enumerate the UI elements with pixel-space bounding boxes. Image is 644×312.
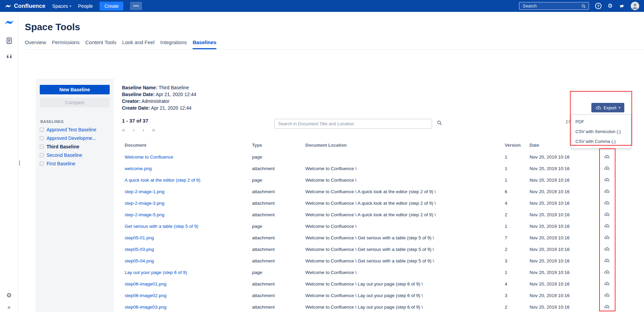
global-search-input[interactable] — [522, 3, 581, 9]
export-menu-item[interactable]: PDF — [571, 117, 631, 127]
document-link[interactable]: Get serious with a table (step 5 of 9) — [125, 224, 198, 229]
row-export-button[interactable] — [603, 245, 610, 253]
pager-prev-button[interactable]: ‹ — [133, 127, 135, 133]
document-link[interactable]: step05-04.png — [125, 258, 154, 263]
tab-permissions[interactable]: Permissions — [52, 39, 80, 49]
new-baseline-button[interactable]: New Baseline — [40, 85, 110, 94]
location-cell: Welcome to Confluence \ A quick look at … — [305, 209, 505, 220]
baseline-checkbox[interactable] — [40, 136, 44, 140]
baseline-label[interactable]: Approved Test Baseline — [47, 127, 96, 132]
row-export-button[interactable] — [603, 211, 610, 218]
version-cell: 1 — [505, 163, 530, 174]
space-settings-icon[interactable]: ⚙ — [6, 292, 12, 299]
row-export-button[interactable] — [603, 165, 610, 172]
document-cell: step06-image03.png — [122, 301, 252, 312]
row-export-button[interactable] — [603, 153, 610, 160]
expand-sidebar-icon[interactable]: » — [7, 305, 11, 310]
document-link[interactable]: A quick look at the editor (step 2 of 9) — [125, 178, 200, 183]
search-icon[interactable] — [581, 4, 586, 8]
quotes-icon[interactable] — [5, 53, 13, 60]
date-cell: Nov 20, 2019 10:16 — [530, 232, 601, 243]
row-export-button[interactable] — [603, 176, 610, 183]
document-link[interactable]: Lay out your page (step 6 of 9) — [125, 270, 187, 275]
document-link[interactable]: step-2-image-5.png — [125, 212, 164, 217]
nav-spaces[interactable]: Spaces ▾ — [52, 3, 71, 9]
avatar[interactable] — [631, 2, 639, 10]
row-export-button[interactable] — [603, 280, 610, 287]
create-button[interactable]: Create — [100, 2, 123, 11]
row-export-button[interactable] — [603, 188, 610, 195]
version-cell: 2 — [505, 301, 530, 312]
row-export-button[interactable] — [603, 303, 610, 310]
row-export-button[interactable] — [603, 234, 610, 241]
document-link[interactable]: welcome.png — [125, 166, 152, 171]
type-cell: attachment — [252, 186, 305, 197]
document-link[interactable]: step06-image02.png — [125, 293, 166, 298]
baseline-list-item[interactable]: Approved Developme... — [40, 135, 110, 141]
detail-line: Baseline Name: Third Baseline — [122, 84, 644, 91]
document-link[interactable]: step06-image03.png — [125, 305, 166, 310]
document-search-input[interactable] — [274, 119, 432, 129]
export-menu-item[interactable]: CSV with Semicolon (;) — [571, 127, 631, 136]
export-menu-item[interactable]: CSV with Comma (,) — [571, 136, 631, 146]
baseline-list-item[interactable]: First Baseline — [40, 161, 110, 166]
tab-integrations[interactable]: Integrations — [160, 39, 187, 49]
tab-content-tools[interactable]: Content Tools — [85, 39, 116, 49]
document-link[interactable]: step-2-image-3.png — [125, 201, 164, 206]
version-cell: 1 — [505, 220, 530, 232]
cloud-download-icon — [604, 225, 610, 230]
row-export-button[interactable] — [603, 257, 610, 264]
baseline-checkbox[interactable] — [40, 145, 44, 149]
row-export-button[interactable] — [603, 222, 610, 230]
document-cell: Get serious with a table (step 5 of 9) — [122, 220, 252, 232]
baseline-label[interactable]: Approved Developme... — [47, 135, 96, 141]
baseline-label[interactable]: Third Baseline — [47, 144, 79, 149]
help-icon[interactable]: ? — [595, 3, 602, 9]
space-sidebar: ⚙ » — [0, 12, 18, 312]
document-link[interactable]: step06-image01.png — [125, 281, 166, 287]
row-export-button[interactable] — [603, 269, 610, 276]
pager-last-button[interactable]: » — [152, 127, 155, 133]
tab-look-and-feel[interactable]: Look and Feel — [122, 39, 155, 49]
baseline-label[interactable]: Second Baseline — [47, 152, 82, 158]
row-export-button[interactable] — [603, 292, 610, 299]
nav-people[interactable]: People — [78, 3, 93, 9]
tab-overview[interactable]: Overview — [25, 39, 46, 49]
baseline-checkbox[interactable] — [40, 128, 44, 132]
version-cell: 1 — [505, 174, 530, 186]
row-actions-cell — [601, 186, 614, 197]
baseline-list-item[interactable]: Second Baseline — [40, 152, 110, 158]
type-cell: attachment — [252, 209, 305, 220]
nav-more-button[interactable]: ••• — [130, 2, 142, 10]
baseline-list-item[interactable]: Third Baseline — [40, 144, 110, 149]
row-actions-cell — [601, 232, 614, 243]
baseline-list: Approved Test BaselineApproved Developme… — [40, 127, 110, 166]
settings-icon[interactable]: ⚙ — [608, 3, 613, 9]
space-logo-icon[interactable] — [4, 17, 14, 27]
global-search[interactable] — [519, 2, 589, 10]
pager-first-button[interactable]: « — [122, 127, 125, 133]
pages-icon[interactable] — [5, 37, 13, 44]
baseline-list-item[interactable]: Approved Test Baseline — [40, 127, 110, 132]
compare-button[interactable]: Compare — [40, 98, 110, 107]
row-export-button[interactable] — [603, 199, 610, 206]
sidebar-resize-handle[interactable] — [19, 160, 20, 166]
baseline-label[interactable]: First Baseline — [47, 161, 75, 166]
announcement-icon[interactable] — [619, 3, 625, 9]
document-link[interactable]: Welcome to Confluence — [125, 154, 173, 160]
document-link[interactable]: step-2-image-1.png — [125, 189, 164, 194]
baseline-checkbox[interactable] — [40, 162, 44, 166]
document-link[interactable]: step05-03.png — [125, 247, 154, 252]
table-row: A quick look at the editor (step 2 of 9)… — [122, 174, 614, 186]
tab-baselines[interactable]: Baselines — [193, 39, 216, 49]
baseline-checkbox[interactable] — [40, 153, 44, 157]
document-link[interactable]: step05-01.png — [125, 235, 154, 240]
version-cell: 6 — [505, 186, 530, 197]
document-cell: A quick look at the editor (step 2 of 9) — [122, 174, 252, 186]
baseline-details: Baseline Name: Third BaselineBaseline Da… — [122, 84, 644, 111]
pager-next-button[interactable]: › — [142, 127, 144, 133]
export-button[interactable]: Export ▾ — [591, 103, 624, 112]
confluence-logo[interactable]: Confluence — [5, 3, 46, 10]
document-search-icon[interactable] — [436, 120, 442, 127]
document-cell: step-2-image-3.png — [122, 197, 252, 209]
